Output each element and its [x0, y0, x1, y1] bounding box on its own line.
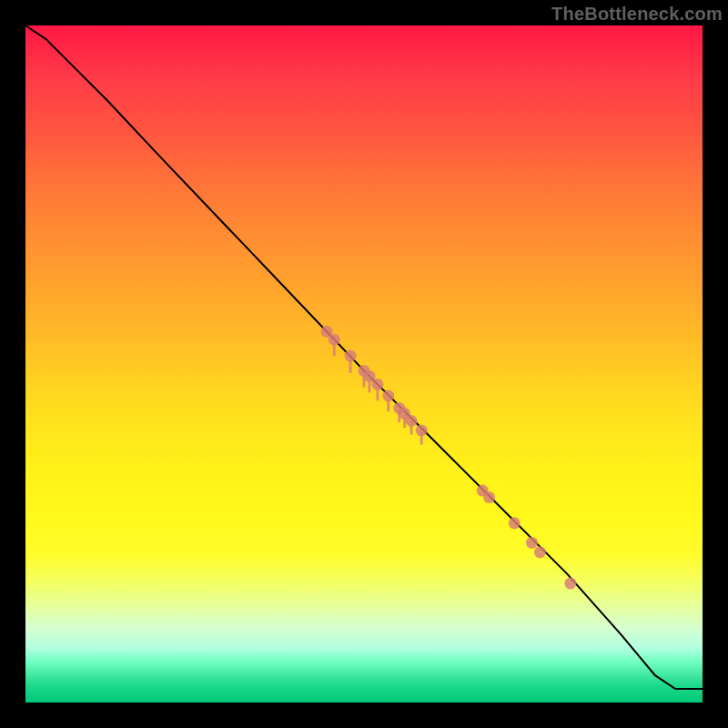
svg-point-12	[345, 350, 357, 362]
svg-point-25	[534, 546, 546, 558]
svg-rect-9	[349, 360, 352, 373]
svg-point-24	[526, 537, 538, 549]
chart-canvas: TheBottleneck.com	[0, 0, 728, 728]
main-curve	[25, 25, 703, 689]
svg-point-23	[509, 517, 521, 529]
svg-point-11	[329, 334, 340, 346]
svg-point-15	[371, 379, 383, 390]
svg-point-16	[382, 390, 394, 402]
svg-point-26	[564, 578, 576, 590]
svg-point-22	[483, 491, 495, 503]
svg-point-19	[406, 415, 418, 427]
chart-overlay	[25, 25, 703, 703]
watermark-text: TheBottleneck.com	[551, 4, 723, 25]
svg-point-20	[416, 424, 428, 436]
